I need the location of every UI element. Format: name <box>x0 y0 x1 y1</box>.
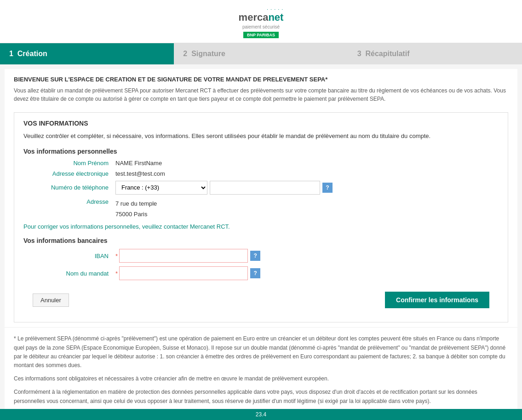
logo: · · · · · mercanet paiement sécurisé BNP… <box>0 7 522 38</box>
phone-input-group: France : (+33) Belgique : (+32) Allemagn… <box>115 181 333 195</box>
footer-note1: * Le prélèvement SEPA (dénommé ci-après … <box>14 334 508 370</box>
steps-bar: 1 Création 2 Signature 3 Récapitulatif <box>0 43 522 64</box>
step-signature[interactable]: 2 Signature <box>174 43 348 64</box>
iban-label: IBAN <box>23 253 115 259</box>
email-label: Adresse électronique <box>23 170 115 177</box>
iban-required-star: * <box>115 253 118 259</box>
main-content: BIENVENUE SUR L'ESPACE DE CREATION ET DE… <box>5 69 517 420</box>
footer-notes: * Le prélèvement SEPA (dénommé ci-après … <box>5 327 517 420</box>
phone-help-button[interactable]: ? <box>322 183 333 193</box>
logo-net: net <box>268 12 283 23</box>
step-creation-label: Création <box>17 50 47 58</box>
address-line1: 7 rue du temple <box>115 198 157 209</box>
address-row: Adresse 7 rue du temple 75000 Paris <box>23 198 499 220</box>
address-lines: 7 rue du temple 75000 Paris <box>115 198 157 220</box>
logo-merca: merca <box>239 12 269 23</box>
mandat-row: Nom du mandat * ? <box>23 266 499 280</box>
logo-bank: BNP PARIBAS <box>243 32 279 38</box>
step-creation[interactable]: 1 Création <box>0 43 174 64</box>
mandat-help-button[interactable]: ? <box>250 268 260 278</box>
confirm-button[interactable]: Confirmer les informations <box>385 292 489 308</box>
iban-row: IBAN * ? <box>23 249 499 263</box>
welcome-section: BIENVENUE SUR L'ESPACE DE CREATION ET DE… <box>5 69 517 108</box>
iban-help-button[interactable]: ? <box>250 251 260 261</box>
step-recapitulatif[interactable]: 3 Récapitulatif <box>348 43 522 64</box>
footer-note2: Ces informations sont obligatoires et né… <box>14 374 508 383</box>
info-card-desc: Veuillez contrôler et compléter, si néce… <box>23 132 499 141</box>
phone-country-select[interactable]: France : (+33) Belgique : (+32) Allemagn… <box>115 181 207 195</box>
bottom-bar: 23.4 <box>0 409 522 420</box>
footer-note3: Conformément à la réglementation en mati… <box>14 388 508 405</box>
mandat-required-star: * <box>115 270 118 277</box>
welcome-body: Vous allez établir un mandat de prélèvem… <box>14 86 508 103</box>
cancel-button[interactable]: Annuler <box>33 293 69 307</box>
step-signature-label: Signature <box>191 50 225 58</box>
step-recapitulatif-label: Récapitulatif <box>365 50 409 58</box>
phone-number-input[interactable] <box>210 181 320 195</box>
email-value: test.test@test.com <box>115 170 165 177</box>
info-card-title: VOS INFORMATIONS <box>23 120 499 127</box>
logo-tagline: paiement sécurisé <box>242 24 280 29</box>
email-row: Adresse électronique test.test@test.com <box>23 170 499 177</box>
address-line2: 75000 Paris <box>115 209 157 219</box>
version-label: 23.4 <box>256 411 266 418</box>
address-label: Adresse <box>23 198 115 205</box>
personal-section-title: Vos informations personnelles <box>23 148 499 155</box>
welcome-title: BIENVENUE SUR L'ESPACE DE CREATION ET DE… <box>14 76 508 83</box>
nom-label: Nom Prénom <box>23 160 115 167</box>
nom-value: NAME FirstName <box>115 160 162 167</box>
nom-row: Nom Prénom NAME FirstName <box>23 160 499 167</box>
info-card: VOS INFORMATIONS Veuillez contrôler et c… <box>14 112 508 322</box>
button-row: Annuler Confirmer les informations <box>23 285 499 315</box>
mandat-label: Nom du mandat <box>23 270 115 277</box>
iban-input[interactable] <box>119 249 248 263</box>
mandat-input[interactable] <box>119 266 248 280</box>
correction-text: Pour corriger vos informations personnel… <box>23 223 499 230</box>
banking-section-title: Vos informations bancaires <box>23 237 499 244</box>
phone-row: Numéro de téléphone France : (+33) Belgi… <box>23 181 499 195</box>
phone-label: Numéro de téléphone <box>23 184 115 191</box>
header: · · · · · mercanet paiement sécurisé BNP… <box>0 0 522 43</box>
